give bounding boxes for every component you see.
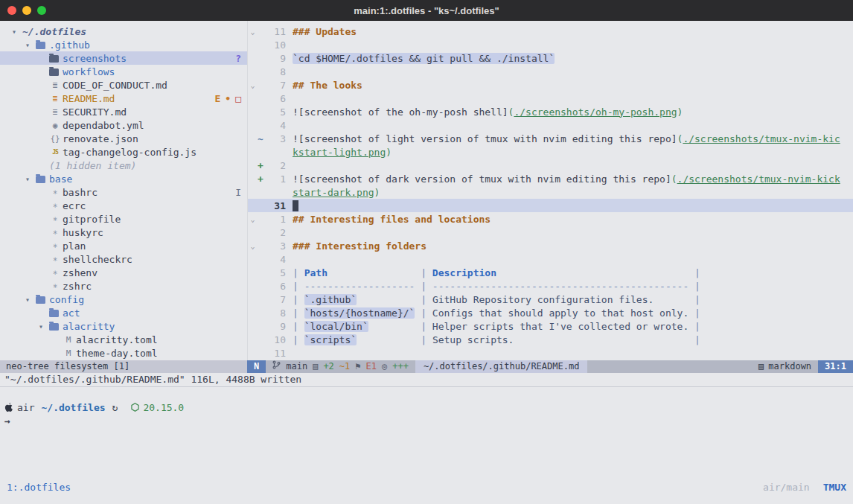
editor-line[interactable]: 10 <box>248 38 853 51</box>
tree-item[interactable]: JStag-changelog-config.js <box>0 145 247 159</box>
tmux-label: TMUX <box>823 482 846 493</box>
text-segment: ) <box>386 147 392 158</box>
tree-item[interactable]: ≣README.mdE•□ <box>0 92 247 105</box>
maximize-button[interactable] <box>37 6 46 15</box>
command-line[interactable]: "~/.dotfiles/.github/README.md" 116L, 44… <box>0 373 853 386</box>
tree-item[interactable]: ▾alacritty <box>0 319 247 333</box>
tree-item-label: .github <box>49 39 90 51</box>
editor-line[interactable]: ~3![screenshot of light version of tmux … <box>248 132 853 145</box>
filetype-label: markdown <box>768 360 811 373</box>
tree-item[interactable]: {}renovate.json <box>0 132 247 145</box>
tree-item[interactable]: screenshots? <box>0 51 247 65</box>
tree-item[interactable]: ∗bashrcI <box>0 185 247 199</box>
line-text: ### Updates <box>293 26 853 37</box>
node-icon <box>131 403 139 412</box>
editor-line[interactable]: 31 <box>248 199 853 212</box>
editor-line[interactable]: ⌄7## The looks <box>248 78 853 92</box>
editor-line[interactable]: 7| `.github` | GitHub Repository configu… <box>248 293 853 306</box>
editor-line[interactable]: 5![screenshot of the oh-my-posh shell](.… <box>248 105 853 118</box>
line-text: kstart-light.png) <box>293 147 853 158</box>
terminal: ▾~/.dotfiles▾.githubscreenshots?workflow… <box>0 21 853 504</box>
editor-line[interactable]: 6| ------------------- | ---------------… <box>248 279 853 293</box>
tree-item[interactable]: ≣SECURITY.md <box>0 105 247 118</box>
text-segment: Configs that should apply to that host o… <box>432 307 689 319</box>
editor-line[interactable]: 6 <box>248 92 853 105</box>
tree-item-label: ~/.dotfiles <box>22 26 86 37</box>
text-segment: ./screenshots/tmux-nvim-kick <box>677 173 840 185</box>
editor-line[interactable]: 9| `local/bin` | Helper scripts that I'v… <box>248 319 853 333</box>
text-segment: `cd $HOME/.dotfiles && git pull && ./ins… <box>293 53 555 64</box>
text-segment: ![screenshot of dark version of tmux wit… <box>293 173 671 185</box>
line-text: ## Interesting files and locations <box>293 214 853 225</box>
text-segment: Description <box>432 267 496 278</box>
editor-line[interactable]: ⌄11### Updates <box>248 25 853 38</box>
text-segment: `hosts/{hostname}/` <box>304 307 415 319</box>
shell-input-line[interactable]: → <box>0 414 853 427</box>
tree-item[interactable]: ∗ecrc <box>0 199 247 212</box>
tree-item[interactable]: ∗huskyrc <box>0 226 247 239</box>
expander-icon[interactable]: ▾ <box>25 41 36 49</box>
editor-line[interactable]: kstart-light.png) <box>248 145 853 159</box>
editor-line[interactable]: +1![screenshot of dark version of tmux w… <box>248 172 853 185</box>
editor-line[interactable]: 4 <box>248 252 853 266</box>
editor-line[interactable]: +2 <box>248 159 853 172</box>
shell-prompt[interactable]: air ~/.dotfiles ↻ 20.15.0 <box>0 401 853 414</box>
filetype-icon: ▤ <box>758 360 764 373</box>
close-button[interactable] <box>7 6 16 15</box>
tree-item-label: huskyrc <box>63 227 103 238</box>
folder-icon <box>49 310 59 317</box>
fold-icon[interactable]: ⌄ <box>248 242 258 250</box>
badge: E <box>215 93 221 104</box>
statusline: neo-tree filesystem [1] N main ▤ +2 ~1 ⚑… <box>0 360 853 373</box>
editor-line[interactable]: 8 <box>248 65 853 78</box>
tree-item[interactable]: ≣CODE_OF_CONDUCT.md <box>0 78 247 92</box>
editor-line[interactable]: 10| `scripts` | Setup scripts. | <box>248 333 853 346</box>
editor-line[interactable]: 4 <box>248 118 853 132</box>
text-segment: ### Interesting folders <box>293 240 426 252</box>
git-sign: + <box>258 160 266 171</box>
editor-line[interactable]: 11 <box>248 346 853 360</box>
tree-item[interactable]: ∗zshenv <box>0 266 247 279</box>
tree-item[interactable]: ∗shellcheckrc <box>0 252 247 266</box>
shell-pane[interactable]: air ~/.dotfiles ↻ 20.15.0 → <box>0 387 853 427</box>
tree-item[interactable]: Malacritty.toml <box>0 333 247 346</box>
text-segment: Path <box>304 267 328 278</box>
fold-icon[interactable]: ⌄ <box>248 81 258 89</box>
line-number: 31 <box>266 200 286 211</box>
tree-item[interactable]: act <box>0 306 247 319</box>
editor-line[interactable]: 8| `hosts/{hostname}/` | Configs that sh… <box>248 306 853 319</box>
tree-item[interactable]: ∗plan <box>0 239 247 252</box>
editor-line[interactable]: 9`cd $HOME/.dotfiles && git pull && ./in… <box>248 51 853 65</box>
tree-item[interactable]: ▾.github <box>0 38 247 51</box>
tree-item[interactable]: Mtheme-day.toml <box>0 346 247 360</box>
editor-line[interactable]: start-dark.png) <box>248 185 853 199</box>
fold-icon[interactable]: ⌄ <box>248 215 258 223</box>
editor-line[interactable]: 5| Path | Description | <box>248 266 853 279</box>
expander-icon[interactable]: ▾ <box>12 28 22 36</box>
expander-icon[interactable]: ▾ <box>25 296 36 304</box>
tree-item-label: dependabot.yml <box>63 120 144 131</box>
cursor-block <box>293 200 298 211</box>
line-number: 10 <box>266 39 286 51</box>
tree-item[interactable]: ▾base <box>0 172 247 185</box>
editor-line[interactable]: ⌄3### Interesting folders <box>248 239 853 252</box>
fold-icon[interactable]: ⌄ <box>248 28 258 36</box>
tree-item[interactable]: ▾~/.dotfiles <box>0 25 247 38</box>
tree-item[interactable]: ◉dependabot.yml <box>0 118 247 132</box>
tree-item[interactable]: ∗zshrc <box>0 279 247 293</box>
editor-pane[interactable]: ⌄11### Updates109`cd $HOME/.dotfiles && … <box>247 21 853 360</box>
git-sign: + <box>258 173 266 185</box>
minimize-button[interactable] <box>22 6 31 15</box>
text-segment: Helper scripts that I've collected or wr… <box>432 321 689 332</box>
file-tree: ▾~/.dotfiles▾.githubscreenshots?workflow… <box>0 25 247 360</box>
expander-icon[interactable]: ▾ <box>39 322 49 331</box>
text-segment: | <box>293 334 304 345</box>
expander-icon[interactable]: ▾ <box>25 175 36 183</box>
tree-item[interactable]: ▾config <box>0 293 247 306</box>
tree-item[interactable]: ∗gitprofile <box>0 212 247 226</box>
tree-item[interactable]: workflows <box>0 65 247 78</box>
editor-line[interactable]: 2 <box>248 226 853 239</box>
tmux-window-item[interactable]: 1:.dotfiles <box>7 482 71 493</box>
editor-line[interactable]: ⌄1## Interesting files and locations <box>248 212 853 226</box>
tree-item[interactable]: (1 hidden item) <box>0 159 247 172</box>
